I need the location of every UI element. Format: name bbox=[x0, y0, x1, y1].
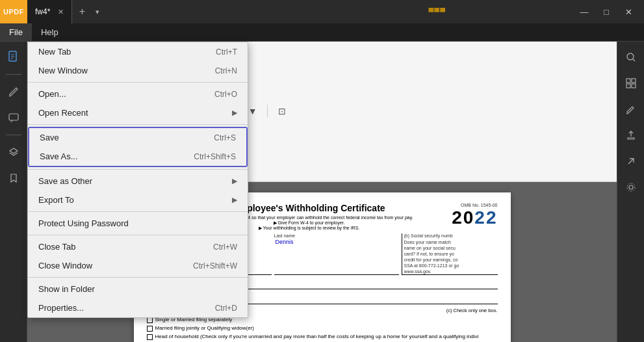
minimize-button[interactable]: — bbox=[574, 4, 595, 20]
pdf-checkbox-3[interactable] bbox=[147, 334, 153, 340]
sidebar-icon-edit-right[interactable] bbox=[619, 98, 643, 121]
tab-fw4[interactable]: fw4* ✕ bbox=[27, 0, 72, 23]
pdf-label-lastname: Last name bbox=[274, 233, 399, 238]
tab-close-icon[interactable]: ✕ bbox=[58, 8, 64, 16]
menu-item-save-as[interactable]: Save As... Ctrl+Shift+S bbox=[29, 147, 246, 166]
svg-point-5 bbox=[627, 53, 634, 60]
pdf-checkbox-married: Married filing jointly or Qualifying wid… bbox=[147, 325, 498, 332]
menu-item-export-to[interactable]: Export To ▶ bbox=[28, 191, 248, 209]
pdf-checkbox-head: Head of household (Check only if you're … bbox=[147, 334, 498, 340]
menu-sep-5 bbox=[28, 235, 248, 235]
menu-item-export-label: Export To bbox=[38, 195, 227, 205]
sidebar-icon-layers[interactable] bbox=[2, 140, 25, 164]
file-menu-dropdown: New Tab Ctrl+T New Window Ctrl+N Open...… bbox=[27, 42, 248, 318]
tab-nav-arrows[interactable]: ▾ bbox=[92, 8, 103, 16]
menu-item-show-folder[interactable]: Show in Folder bbox=[28, 280, 248, 298]
svg-rect-9 bbox=[626, 84, 630, 88]
menu-item-protect-label: Protect Using Password bbox=[38, 218, 237, 228]
menu-item-save-label: Save bbox=[40, 133, 201, 142]
sidebar-icon-bookmark[interactable] bbox=[2, 166, 25, 190]
svg-point-12 bbox=[629, 185, 633, 189]
maximize-button[interactable]: □ bbox=[596, 4, 617, 20]
menu-sep-4 bbox=[28, 211, 248, 212]
pdf-field-lastname: Last name Dennis bbox=[274, 233, 399, 276]
pdf-checkboxes: Single or Married filing separately Marr… bbox=[147, 317, 498, 340]
menu-item-new-window-shortcut: Ctrl+N bbox=[215, 66, 237, 75]
menu-item-properties-shortcut: Ctrl+D bbox=[215, 304, 237, 313]
sidebar-icon-search[interactable] bbox=[619, 46, 643, 69]
menu-item-protect-password[interactable]: Protect Using Password bbox=[28, 214, 248, 233]
menu-item-properties[interactable]: Properties... Ctrl+D bbox=[28, 298, 248, 317]
menu-file[interactable]: File bbox=[0, 23, 32, 41]
menu-bar: File Help bbox=[0, 23, 644, 42]
svg-rect-8 bbox=[632, 79, 636, 83]
tab-label: fw4* bbox=[35, 7, 50, 16]
pdf-year-section: OMB No. 1545-00 2022 bbox=[433, 203, 498, 228]
sidebar-icon-settings[interactable] bbox=[619, 176, 643, 199]
menu-item-new-window[interactable]: New Window Ctrl+N bbox=[28, 61, 248, 80]
sidebar-icon-document[interactable] bbox=[2, 46, 25, 69]
menu-item-open-recent-label: Open Recent bbox=[38, 108, 227, 118]
menu-item-new-window-label: New Window bbox=[38, 66, 202, 75]
menu-item-open-recent-arrow: ▶ bbox=[232, 109, 237, 117]
svg-rect-10 bbox=[632, 84, 636, 88]
menu-file-label: File bbox=[9, 27, 23, 37]
menu-save-group: Save Ctrl+S Save As... Ctrl+Shift+S bbox=[28, 127, 248, 167]
sidebar-icon-comment[interactable] bbox=[2, 106, 25, 129]
sidebar-divider-1 bbox=[6, 74, 21, 75]
tab-add-button[interactable]: + bbox=[72, 6, 92, 18]
pdf-step1-sub: (c) Check only one box. bbox=[446, 308, 498, 313]
menu-item-close-tab-label: Close Tab bbox=[38, 242, 200, 252]
svg-line-11 bbox=[628, 159, 634, 164]
menu-item-open-recent[interactable]: Open Recent ▶ bbox=[28, 103, 248, 122]
menu-help[interactable]: Help bbox=[32, 23, 68, 41]
menu-item-open[interactable]: Open... Ctrl+O bbox=[28, 85, 248, 103]
app-logo: UPDF bbox=[0, 0, 27, 23]
close-button[interactable]: ✕ bbox=[618, 4, 639, 20]
menu-item-open-label: Open... bbox=[38, 89, 201, 99]
pdf-year: 2022 bbox=[452, 207, 497, 228]
menu-item-new-tab-shortcut: Ctrl+T bbox=[216, 47, 237, 57]
sidebar-icon-ocr[interactable] bbox=[619, 72, 643, 95]
svg-line-6 bbox=[633, 59, 635, 61]
menu-item-open-shortcut: Ctrl+O bbox=[214, 90, 237, 99]
menu-item-save-other-label: Save as Other bbox=[38, 176, 227, 186]
sidebar-icon-edit[interactable] bbox=[2, 80, 25, 103]
menu-item-close-window-label: Close Window bbox=[38, 261, 180, 270]
menu-item-save-as-label: Save As... bbox=[40, 151, 181, 161]
toolbar-separator-2 bbox=[267, 105, 268, 118]
menu-item-save-as-shortcut: Ctrl+Shift+S bbox=[194, 152, 236, 161]
menu-sep-1 bbox=[28, 82, 248, 83]
right-sidebar bbox=[617, 42, 644, 342]
menu-item-close-tab[interactable]: Close Tab Ctrl+W bbox=[28, 237, 248, 256]
title-bar: UPDF fw4* ✕ + ▾ ▀▀▀ — □ ✕ bbox=[0, 0, 644, 23]
pdf-checkbox-label-2: Married filing jointly or Qualifying wid… bbox=[155, 325, 255, 331]
pdf-checkbox-label-3: Head of household (Check only if you're … bbox=[155, 334, 479, 339]
menu-item-close-window-shortcut: Ctrl+Shift+W bbox=[193, 261, 237, 270]
menu-help-label: Help bbox=[41, 27, 58, 37]
pdf-checkbox-2[interactable] bbox=[147, 326, 153, 332]
updf-brand: ▀▀▀ bbox=[429, 8, 446, 16]
menu-sep-3 bbox=[28, 169, 248, 170]
menu-sep-6 bbox=[28, 277, 248, 278]
menu-item-new-tab[interactable]: New Tab Ctrl+T bbox=[28, 42, 248, 61]
pdf-checkbox-1[interactable] bbox=[147, 317, 153, 323]
pdf-field-ssn: (b) Social security numb Does your name … bbox=[402, 233, 498, 276]
pdf-ssn-note: Does your name matchname on your social … bbox=[404, 239, 498, 275]
menu-item-export-arrow: ▶ bbox=[232, 196, 237, 204]
menu-item-properties-label: Properties... bbox=[38, 303, 202, 313]
sidebar-icon-export[interactable] bbox=[619, 124, 643, 147]
menu-sep-2 bbox=[28, 124, 248, 125]
menu-item-close-window[interactable]: Close Window Ctrl+Shift+W bbox=[28, 256, 248, 275]
fit-page-button[interactable]: ⊡ bbox=[273, 102, 291, 120]
sidebar-icon-share[interactable] bbox=[619, 150, 643, 173]
omb-text: OMB No. 1545-00 bbox=[461, 203, 497, 207]
pdf-label-ssn: (b) Social security numb bbox=[404, 233, 498, 238]
menu-item-save[interactable]: Save Ctrl+S bbox=[29, 128, 246, 147]
svg-rect-4 bbox=[9, 114, 18, 120]
sidebar-divider-2 bbox=[6, 135, 21, 135]
menu-item-save-other[interactable]: Save as Other ▶ bbox=[28, 172, 248, 191]
tab-list: fw4* ✕ + ▾ bbox=[27, 0, 301, 23]
menu-item-new-tab-label: New Tab bbox=[38, 47, 203, 57]
menu-item-show-folder-label: Show in Folder bbox=[38, 284, 237, 294]
